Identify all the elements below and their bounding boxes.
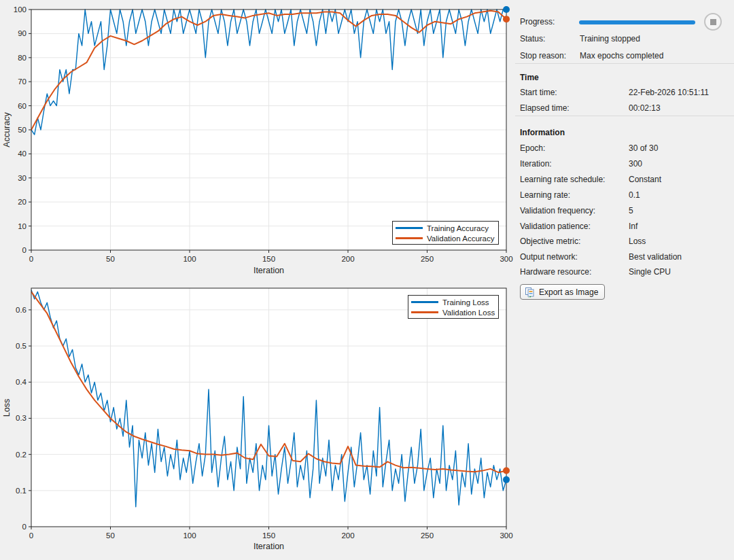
iteration-value: 300 [629, 159, 642, 169]
learning-rate-label: Learning rate: [520, 190, 570, 200]
svg-text:100: 100 [183, 531, 196, 540]
svg-text:90: 90 [18, 29, 27, 37]
accuracy-y-axis-label: Accuracy [2, 108, 12, 152]
legend-label: Validation Loss [442, 309, 495, 317]
svg-text:0.2: 0.2 [16, 451, 27, 459]
training-line-swatch [411, 301, 438, 303]
svg-text:0.3: 0.3 [16, 414, 27, 422]
validation-patience-row: Validation patience: Inf [520, 222, 591, 231]
learning-rate-value: 0.1 [629, 190, 640, 200]
loss-x-axis-label: Iteration [31, 542, 506, 551]
progress-label: Progress: [520, 17, 555, 27]
elapsed-time-label: Elapsed time: [520, 103, 570, 113]
learning-rate-schedule-label: Learning rate schedule: [520, 175, 605, 184]
loss-chart: 05010015020025030000.10.20.30.40.50.6 [0, 280, 517, 560]
export-as-image-button[interactable]: Export as Image [520, 284, 605, 300]
svg-text:0: 0 [22, 523, 27, 531]
legend-item-training-accuracy: Training Accuracy [396, 223, 495, 233]
svg-text:0.4: 0.4 [16, 378, 27, 386]
svg-text:40: 40 [18, 150, 27, 158]
section-divider [515, 63, 734, 64]
loss-y-axis-label: Loss [2, 393, 12, 422]
legend-item-training-loss: Training Loss [411, 297, 495, 307]
validation-line-swatch [396, 237, 423, 239]
training-line-swatch [396, 227, 423, 229]
epoch-label: Epoch: [520, 143, 545, 153]
validation-line-swatch [411, 311, 438, 313]
status-label: Status: [520, 34, 545, 43]
legend-item-validation-accuracy: Validation Accuracy [396, 233, 495, 243]
status-row: Status: Training stopped [520, 34, 545, 43]
svg-text:0.6: 0.6 [16, 306, 27, 314]
svg-text:0: 0 [29, 255, 33, 263]
objective-metric-label: Objective metric: [520, 237, 580, 246]
hardware-resource-row: Hardware resource: Single CPU [520, 267, 591, 277]
validation-frequency-row: Validation frequency: 5 [520, 206, 595, 215]
validation-patience-label: Validation patience: [520, 222, 591, 231]
stop-reason-value: Max epochs completed [580, 51, 663, 60]
validation-frequency-label: Validation frequency: [520, 206, 595, 215]
start-time-value: 22-Feb-2026 10:51:11 [629, 88, 709, 97]
stop-reason-row: Stop reason: Max epochs completed [520, 51, 566, 60]
learning-rate-row: Learning rate: 0.1 [520, 190, 570, 200]
elapsed-time-value: 00:02:13 [629, 103, 661, 113]
accuracy-x-axis-label: Iteration [31, 266, 506, 275]
information-section-header: Information [520, 128, 565, 137]
validation-patience-value: Inf [629, 222, 637, 231]
svg-text:50: 50 [18, 126, 27, 134]
validation-frequency-value: 5 [629, 206, 633, 215]
svg-text:10: 10 [18, 222, 27, 230]
learning-rate-schedule-row: Learning rate schedule: Constant [520, 175, 605, 184]
legend-item-validation-loss: Validation Loss [411, 307, 495, 317]
svg-text:50: 50 [106, 531, 115, 540]
svg-text:300: 300 [500, 531, 512, 540]
stop-button[interactable] [704, 13, 722, 31]
status-value: Training stopped [580, 34, 640, 43]
export-button-label: Export as Image [539, 287, 598, 297]
training-progress-window: 0501001502002503000102030405060708090100… [0, 0, 734, 560]
svg-text:0.5: 0.5 [16, 342, 27, 350]
iteration-row: Iteration: 300 [520, 159, 552, 169]
loss-legend: Training Loss Validation Loss [408, 295, 499, 319]
svg-text:30: 30 [18, 174, 27, 182]
legend-label: Validation Accuracy [427, 234, 495, 243]
progress-row: Progress: [520, 17, 555, 27]
svg-text:300: 300 [500, 255, 512, 263]
training-info-panel: Progress: Status: Training stopped Stop … [515, 0, 734, 560]
section-divider [515, 116, 734, 116]
svg-text:100: 100 [14, 5, 27, 14]
svg-text:70: 70 [18, 77, 27, 86]
svg-text:100: 100 [183, 255, 196, 263]
output-network-row: Output network: Best validation [520, 252, 578, 262]
elapsed-time-row: Elapsed time: 00:02:13 [520, 103, 570, 113]
legend-label: Training Loss [442, 298, 489, 307]
learning-rate-schedule-value: Constant [629, 175, 661, 184]
svg-text:250: 250 [421, 531, 434, 540]
svg-text:200: 200 [341, 255, 354, 263]
stop-reason-label: Stop reason: [520, 51, 566, 60]
objective-metric-value: Loss [629, 237, 646, 246]
svg-text:50: 50 [106, 255, 115, 263]
svg-text:0: 0 [22, 246, 27, 254]
svg-text:150: 150 [262, 531, 275, 540]
accuracy-legend: Training Accuracy Validation Accuracy [392, 221, 499, 245]
hardware-resource-label: Hardware resource: [520, 267, 591, 277]
svg-text:0.1: 0.1 [16, 487, 27, 495]
svg-text:60: 60 [18, 102, 27, 110]
progress-bar [579, 20, 695, 24]
svg-text:250: 250 [421, 255, 434, 263]
start-time-label: Start time: [520, 88, 557, 97]
export-image-icon [525, 287, 536, 298]
svg-text:20: 20 [18, 198, 27, 206]
start-time-row: Start time: 22-Feb-2026 10:51:11 [520, 88, 557, 97]
svg-text:80: 80 [18, 54, 27, 62]
iteration-label: Iteration: [520, 159, 552, 169]
output-network-value: Best validation [629, 252, 682, 262]
stop-square-icon [710, 19, 716, 25]
objective-metric-row: Objective metric: Loss [520, 237, 580, 246]
output-network-label: Output network: [520, 252, 578, 262]
epoch-value: 30 of 30 [629, 143, 658, 153]
epoch-row: Epoch: 30 of 30 [520, 143, 545, 153]
hardware-resource-value: Single CPU [629, 267, 671, 277]
legend-label: Training Accuracy [427, 224, 489, 232]
